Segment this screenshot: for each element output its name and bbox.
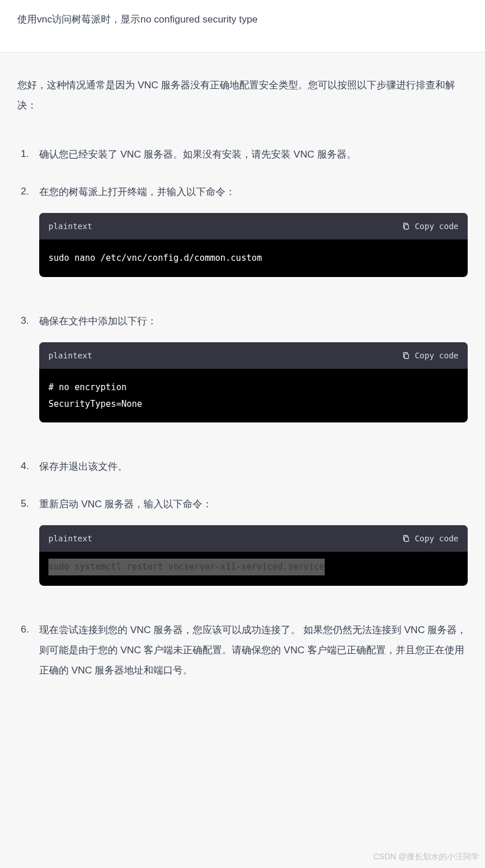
step-item: 确保在文件中添加以下行： plaintext Copy code bbox=[17, 312, 468, 422]
code-body[interactable]: # no encryption SecurityTypes=None bbox=[39, 369, 468, 422]
code-header: plaintext Copy code bbox=[39, 342, 468, 369]
code-header: plaintext Copy code bbox=[39, 525, 468, 552]
question-text: 使用vnc访问树莓派时，显示no configured security typ… bbox=[17, 10, 468, 29]
step-text: 确保在文件中添加以下行： bbox=[39, 312, 468, 332]
code-block: plaintext Copy code # no encryption S bbox=[39, 342, 468, 423]
clipboard-icon bbox=[402, 222, 410, 230]
code-lang: plaintext bbox=[48, 348, 92, 364]
step-text: 在您的树莓派上打开终端，并输入以下命令： bbox=[39, 182, 468, 203]
step-item: 在您的树莓派上打开终端，并输入以下命令： plaintext C bbox=[17, 182, 468, 277]
code-lang: plaintext bbox=[48, 219, 92, 234]
code-body[interactable]: sudo nano /etc/vnc/config.d/common.custo… bbox=[39, 240, 468, 277]
steps-list: 确认您已经安装了 VNC 服务器。如果没有安装，请先安装 VNC 服务器。 在您… bbox=[17, 145, 468, 681]
step-text: 现在尝试连接到您的 VNC 服务器，您应该可以成功连接了。 如果您仍然无法连接到… bbox=[39, 620, 468, 681]
copy-code-button[interactable]: Copy code bbox=[402, 219, 458, 234]
question-section: 使用vnc访问树莓派时，显示no configured security typ… bbox=[0, 0, 485, 53]
answer-intro: 您好，这种情况通常是因为 VNC 服务器没有正确地配置安全类型。您可以按照以下步… bbox=[17, 76, 468, 116]
code-block: plaintext Copy code sudo nano /etc/vn bbox=[39, 213, 468, 277]
step-text: 重新启动 VNC 服务器，输入以下命令： bbox=[39, 495, 468, 515]
watermark: CSDN @擅长划水的小汪同学 bbox=[373, 849, 479, 865]
code-header: plaintext Copy code bbox=[39, 213, 468, 240]
copy-label: Copy code bbox=[415, 219, 458, 234]
step-text: 保存并退出该文件。 bbox=[39, 457, 468, 477]
answer-section: 您好，这种情况通常是因为 VNC 服务器没有正确地配置安全类型。您可以按照以下步… bbox=[0, 53, 485, 715]
copy-label: Copy code bbox=[415, 348, 458, 364]
code-body[interactable]: sudo systemctl restart vncserver-x11-ser… bbox=[39, 552, 468, 586]
clipboard-icon bbox=[402, 351, 410, 360]
clipboard-icon bbox=[402, 534, 410, 542]
svg-rect-1 bbox=[405, 354, 409, 358]
step-item: 保存并退出该文件。 bbox=[17, 457, 468, 477]
step-item: 确认您已经安装了 VNC 服务器。如果没有安装，请先安装 VNC 服务器。 bbox=[17, 145, 468, 165]
copy-code-button[interactable]: Copy code bbox=[402, 348, 458, 364]
code-block-wrap: plaintext Copy code sudo nano /etc/vn bbox=[39, 213, 468, 277]
code-block-wrap: plaintext Copy code sudo systemctl re bbox=[39, 525, 468, 586]
code-lang: plaintext bbox=[48, 531, 92, 547]
code-block-wrap: plaintext Copy code # no encryption S bbox=[39, 342, 468, 423]
code-highlight: sudo systemctl restart vncserver-x11-ser… bbox=[48, 559, 325, 575]
code-block: plaintext Copy code sudo systemctl re bbox=[39, 525, 468, 586]
svg-rect-2 bbox=[405, 537, 409, 542]
step-text: 确认您已经安装了 VNC 服务器。如果没有安装，请先安装 VNC 服务器。 bbox=[39, 145, 468, 165]
step-item: 现在尝试连接到您的 VNC 服务器，您应该可以成功连接了。 如果您仍然无法连接到… bbox=[17, 620, 468, 681]
step-item: 重新启动 VNC 服务器，输入以下命令： plaintext C bbox=[17, 495, 468, 586]
copy-code-button[interactable]: Copy code bbox=[402, 531, 458, 547]
copy-label: Copy code bbox=[415, 531, 458, 547]
svg-rect-0 bbox=[405, 225, 409, 229]
